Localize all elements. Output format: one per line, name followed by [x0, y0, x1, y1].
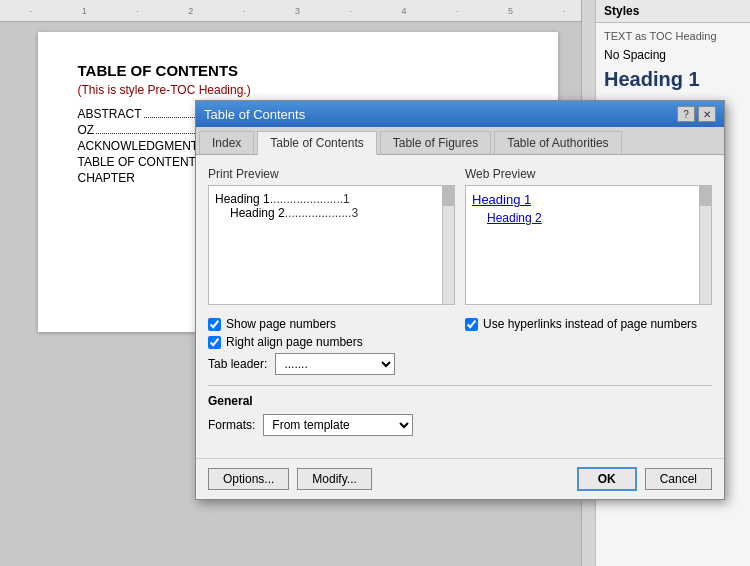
print-scrollbar-thumb — [443, 186, 454, 206]
dialog-controls: ? ✕ — [677, 106, 716, 122]
tab-authorities[interactable]: Table of Authorities — [494, 131, 621, 154]
web-preview-box: Heading 1 Heading 2 — [465, 185, 712, 305]
web-heading1-link[interactable]: Heading 1 — [472, 192, 697, 207]
styles-item-text-as-toc[interactable]: TEXT as TOC Heading — [596, 27, 750, 45]
print-heading2-text: Heading 2 — [230, 206, 285, 220]
styles-panel-header: Styles — [596, 0, 750, 23]
print-heading1-row: Heading 1 ......................1 — [215, 192, 440, 206]
tab-figures[interactable]: Table of Figures — [380, 131, 491, 154]
dialog-tabs: Index Table of Contents Table of Figures… — [196, 127, 724, 155]
formats-select[interactable]: From template Classic Distinctive Fancy … — [263, 414, 413, 436]
modify-button[interactable]: Modify... — [297, 468, 371, 490]
show-page-numbers-label: Show page numbers — [226, 317, 336, 331]
tab-toc[interactable]: Table of Contents — [257, 131, 376, 155]
cancel-button[interactable]: Cancel — [645, 468, 712, 490]
tab-leader-select[interactable]: ....... ------ _______ (none) — [275, 353, 395, 375]
dialog-title: Table of Contents — [204, 107, 305, 122]
footer-left-buttons: Options... Modify... — [208, 468, 569, 490]
right-align-row: Right align page numbers — [208, 335, 455, 349]
styles-item-heading1[interactable]: Heading 1 — [596, 65, 750, 94]
table-of-contents-dialog: Table of Contents ? ✕ Index Table of Con… — [195, 100, 725, 500]
options-button[interactable]: Options... — [208, 468, 289, 490]
doc-subtitle: (This is style Pre-TOC Heading.) — [78, 83, 518, 97]
print-heading1-dots: ......................1 — [270, 192, 440, 206]
ruler-ticks: · 1 · 2 · 3 · 4 · 5 · — [5, 6, 590, 16]
show-page-numbers-checkbox[interactable] — [208, 318, 221, 331]
right-align-checkbox[interactable] — [208, 336, 221, 349]
dialog-footer: Options... Modify... OK Cancel — [196, 458, 724, 499]
general-section: General Formats: From template Classic D… — [208, 385, 712, 436]
tab-leader-label: Tab leader: — [208, 357, 267, 371]
print-options: Show page numbers Right align page numbe… — [208, 317, 455, 385]
tab-leader-row: Tab leader: ....... ------ _______ (none… — [208, 353, 455, 375]
print-preview-label: Print Preview — [208, 167, 455, 181]
use-hyperlinks-checkbox[interactable] — [465, 318, 478, 331]
styles-list: TEXT as TOC Heading No Spacing Heading 1 — [596, 23, 750, 98]
use-hyperlinks-label: Use hyperlinks instead of page numbers — [483, 317, 697, 331]
use-hyperlinks-row: Use hyperlinks instead of page numbers — [465, 317, 712, 331]
dialog-help-button[interactable]: ? — [677, 106, 695, 122]
print-preview-content: Heading 1 ......................1 Headin… — [209, 186, 454, 226]
print-heading2-dots: ....................3 — [285, 206, 440, 220]
web-scrollbar-thumb — [700, 186, 711, 206]
general-label: General — [208, 394, 712, 408]
ruler: · 1 · 2 · 3 · 4 · 5 · — [0, 0, 595, 22]
web-preview-scrollbar[interactable] — [699, 186, 711, 304]
print-preview-box: Heading 1 ......................1 Headin… — [208, 185, 455, 305]
web-preview-content: Heading 1 Heading 2 — [466, 186, 711, 231]
web-preview-label: Web Preview — [465, 167, 712, 181]
formats-row: Formats: From template Classic Distincti… — [208, 414, 712, 436]
dialog-titlebar: Table of Contents ? ✕ — [196, 101, 724, 127]
print-heading2-row: Heading 2 ....................3 — [215, 206, 440, 220]
formats-label: Formats: — [208, 418, 255, 432]
web-preview-section: Web Preview Heading 1 Heading 2 — [465, 167, 712, 305]
previews-row: Print Preview Heading 1 ................… — [208, 167, 712, 305]
doc-title: TABLE OF CONTENTS — [78, 62, 518, 79]
web-heading2-link[interactable]: Heading 2 — [472, 211, 697, 225]
styles-item-no-spacing[interactable]: No Spacing — [596, 45, 750, 65]
print-preview-scrollbar[interactable] — [442, 186, 454, 304]
right-align-label: Right align page numbers — [226, 335, 363, 349]
dialog-close-button[interactable]: ✕ — [698, 106, 716, 122]
tab-index[interactable]: Index — [199, 131, 254, 154]
dialog-body: Print Preview Heading 1 ................… — [196, 155, 724, 458]
web-options: Use hyperlinks instead of page numbers — [465, 317, 712, 385]
print-preview-section: Print Preview Heading 1 ................… — [208, 167, 455, 305]
print-heading1-text: Heading 1 — [215, 192, 270, 206]
options-section: Show page numbers Right align page numbe… — [208, 317, 712, 385]
show-page-numbers-row: Show page numbers — [208, 317, 455, 331]
ok-button[interactable]: OK — [577, 467, 637, 491]
